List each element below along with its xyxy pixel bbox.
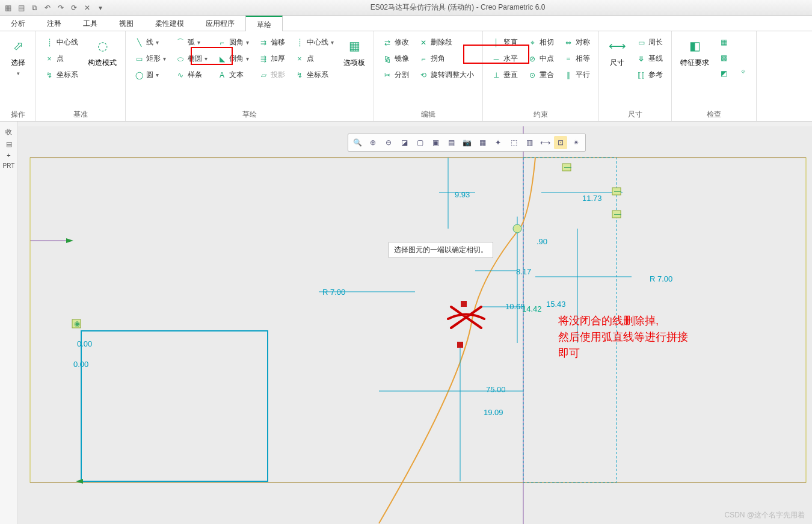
dim-r7a[interactable]: R 7.00 [650, 274, 672, 283]
horiz-button[interactable]: ─水平 [489, 52, 520, 65]
view-normal-icon[interactable]: ▢ [413, 136, 426, 149]
equal-button[interactable]: =相等 [561, 52, 592, 65]
construct-mode-button[interactable]: ◌构造模式 [83, 34, 121, 108]
insp1-button[interactable]: ▦ [716, 36, 731, 48]
thicken-button[interactable]: ⇶加厚 [256, 52, 288, 65]
dim-button[interactable]: ⟷尺寸 [603, 34, 632, 108]
req-button[interactable]: ◧特征要求 [675, 34, 714, 108]
divide-button[interactable]: ✂分割 [380, 69, 411, 81]
mirror-button[interactable]: ⧎镜像 [380, 52, 411, 65]
delseg-button[interactable]: ✕删除段 [416, 36, 476, 49]
text-button[interactable]: A文本 [215, 69, 251, 81]
qat-close-icon[interactable]: ✕ [82, 2, 93, 13]
coord-button[interactable]: ↯坐标系 [42, 69, 81, 81]
tab-sketch[interactable]: 草绘 [245, 16, 283, 31]
coord2-button[interactable]: ↯坐标系 [292, 69, 336, 81]
ellipse-label: 椭圆 [188, 54, 202, 64]
parallel-button[interactable]: ∥平行 [561, 69, 592, 81]
side-icon2[interactable]: + [0, 152, 17, 159]
arc-button[interactable]: ⌒弧 [173, 36, 210, 49]
tab-view[interactable]: 视图 [108, 16, 144, 31]
qat-open-icon[interactable]: ▤ [16, 2, 26, 13]
dim-817[interactable]: 8.17 [516, 267, 531, 276]
tab-flex[interactable]: 柔性建模 [144, 16, 195, 31]
refit-icon[interactable]: ◪ [398, 136, 411, 149]
fillet-button[interactable]: ⌐圆角 [215, 36, 251, 49]
zoom-fit-icon[interactable]: 🔍 [351, 136, 364, 149]
sketch-canvas[interactable]: — — — ◉ [18, 126, 812, 524]
tab-annotate[interactable]: 注释 [36, 16, 72, 31]
view-mgr-icon[interactable]: 📷 [460, 136, 473, 149]
point2-button[interactable]: ×点 [292, 52, 336, 65]
layers-icon[interactable]: ▦ [476, 136, 489, 149]
dim-r7b[interactable]: R 7.00 [322, 288, 345, 297]
insp3-icon: ◩ [719, 69, 728, 78]
dim-000a[interactable]: 0.00 [77, 339, 92, 348]
tab-apps[interactable]: 应用程序 [195, 16, 245, 31]
rect-button[interactable]: ▭矩形 [132, 52, 168, 65]
dim-90[interactable]: .90 [537, 237, 547, 246]
sym-button[interactable]: ⇔对称 [561, 36, 592, 49]
mid-button[interactable]: ⊘中点 [525, 52, 556, 65]
qat-undo-icon[interactable]: ↶ [42, 2, 53, 13]
zoom-in-icon[interactable]: ⊕ [366, 136, 380, 149]
offset-button[interactable]: ⇉偏移 [256, 36, 288, 49]
spin-icon[interactable]: ✦ [491, 136, 505, 149]
pick-icon[interactable]: ✴ [570, 136, 583, 149]
insp2-button[interactable]: ▩ [716, 52, 731, 64]
saved-views-icon[interactable]: ▣ [429, 136, 442, 149]
dim-1173[interactable]: 11.73 [582, 194, 602, 203]
qat-regen-icon[interactable]: ⟳ [69, 2, 79, 13]
point-button[interactable]: ×点 [42, 52, 81, 65]
spline-button[interactable]: ∿样条 [173, 69, 210, 81]
named-views-icon[interactable]: ▤ [444, 136, 458, 149]
qat-new-icon[interactable]: ▦ [2, 2, 13, 13]
rotres-button[interactable]: ⟲旋转调整大小 [416, 69, 476, 81]
circle-button[interactable]: ◯圆 [132, 69, 168, 81]
project-button[interactable]: ▱投影 [256, 69, 288, 81]
dim-1909[interactable]: 19.09 [484, 408, 503, 417]
qat-save-icon[interactable]: ⧉ [29, 2, 40, 13]
qat-redo-icon[interactable]: ↷ [55, 2, 66, 13]
highlight-icon[interactable]: ⊡ [554, 136, 567, 149]
dim-993[interactable]: 9.93 [455, 190, 470, 199]
box3d-icon[interactable]: ⬚ [507, 136, 520, 149]
vert-icon: │ [491, 38, 501, 48]
chamfer-button[interactable]: ◣倒角 [215, 52, 251, 65]
coinc-button[interactable]: ⊙重合 [525, 69, 556, 81]
dims-icon[interactable]: ⟷ [538, 136, 552, 149]
tab-analysis[interactable]: 分析 [0, 16, 36, 31]
panel-inspect-title: 检查 [675, 108, 752, 120]
side-icon1[interactable]: ▤ [0, 140, 17, 148]
centerline2-button[interactable]: ┊中心线 [292, 36, 336, 49]
baseline-button[interactable]: ⤋基线 [634, 52, 665, 65]
grid-icon[interactable]: ▥ [523, 136, 536, 149]
dim-75[interactable]: 75.00 [486, 385, 506, 394]
palette-button[interactable]: ▦选项板 [339, 34, 370, 108]
modify-button[interactable]: ⇄修改 [380, 36, 411, 49]
centerline-button[interactable]: ┊中心线 [42, 36, 81, 49]
dim-1543[interactable]: 15.43 [546, 300, 566, 309]
panel-operate: ⬀选择▾ 操作 [0, 31, 36, 121]
dim-1442[interactable]: 14.42 [522, 304, 542, 313]
vert-button[interactable]: │竖直 [489, 36, 520, 49]
user-annotation: 将没闭合的线删除掉, 然后使用弧直线等进行拼接 即可 [558, 313, 688, 362]
perp-button[interactable]: ⊥垂直 [489, 69, 520, 81]
tangent-button[interactable]: ⌖相切 [525, 36, 556, 49]
dim-000b[interactable]: 0.00 [73, 360, 88, 369]
corner-button[interactable]: ⌐拐角 [416, 52, 476, 65]
side-collapse[interactable]: 收 [0, 128, 17, 137]
tab-tools[interactable]: 工具 [72, 16, 108, 31]
insp4-button[interactable]: ⟐ [736, 65, 750, 77]
zoom-out-icon[interactable]: ⊖ [382, 136, 395, 149]
ref-button[interactable]: ⟦⟧参考 [634, 69, 665, 81]
palette-label: 选项板 [343, 58, 365, 68]
qat-more-icon[interactable]: ▾ [95, 2, 106, 13]
ellipse-button[interactable]: ⬭椭圆 [173, 52, 210, 65]
line-button[interactable]: ╲线 [132, 36, 168, 49]
select-button[interactable]: ⬀选择▾ [4, 34, 32, 108]
insp3-button[interactable]: ◩ [716, 67, 731, 79]
thicken-icon: ⇶ [259, 54, 268, 64]
perim-button[interactable]: ▭周长 [634, 36, 665, 49]
spline-label: 样条 [188, 70, 202, 80]
